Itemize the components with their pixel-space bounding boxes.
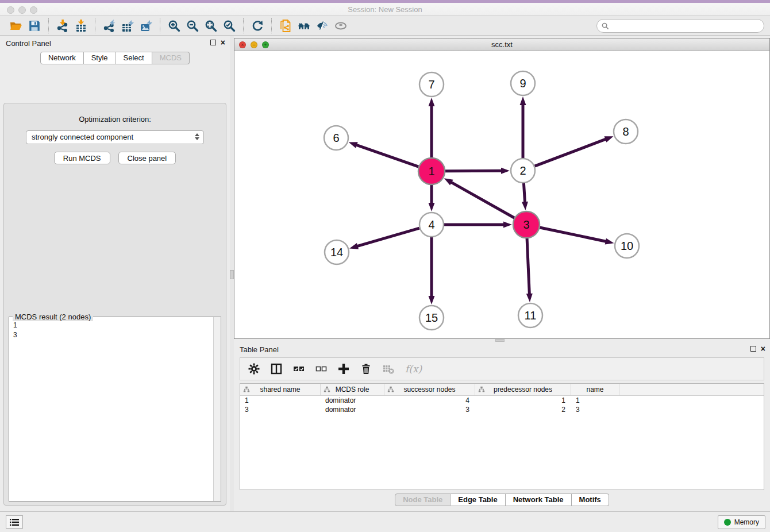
show-column-button[interactable]	[271, 363, 282, 375]
tab-network-table[interactable]: Network Table	[506, 494, 572, 506]
criterion-select[interactable]: strongly connected component	[26, 130, 204, 144]
graph-edge-1-2[interactable]	[445, 171, 503, 171]
tab-node-table[interactable]: Node Table	[395, 494, 451, 506]
float-panel-icon[interactable]	[750, 346, 756, 352]
memory-label: Memory	[734, 518, 759, 526]
run-mcds-button[interactable]: Run MCDS	[54, 152, 110, 164]
column-header-successor-nodes[interactable]: successor nodes	[384, 384, 475, 395]
tab-motifs[interactable]: Motifs	[572, 494, 609, 506]
export-image-icon	[140, 20, 152, 32]
export-network-button[interactable]	[100, 18, 118, 34]
graph-arrowhead	[429, 203, 435, 211]
select-stepper-icon[interactable]	[195, 133, 199, 140]
mcds-panel: Optimization criterion: strongly connect…	[3, 103, 226, 506]
export-table-icon	[121, 20, 134, 32]
graph-edge-4-14[interactable]	[356, 228, 419, 246]
select-all-button[interactable]	[293, 363, 305, 375]
control-panel-tabs: Network Style Select MCDS	[0, 52, 230, 64]
tab-edge-table[interactable]: Edge Table	[451, 494, 505, 506]
zoom-out-button[interactable]	[183, 18, 202, 34]
close-panel-button[interactable]: Close panel	[118, 152, 176, 164]
deselect-all-button[interactable]	[315, 363, 327, 375]
network-canvas[interactable]: 7968124314101511	[234, 51, 769, 338]
window-titlebar: Session: New Session	[0, 0, 770, 16]
houses-icon	[298, 20, 310, 32]
show-graphics-details-button[interactable]	[332, 18, 350, 34]
tree-icon	[243, 386, 250, 393]
tab-select[interactable]: Select	[116, 52, 152, 64]
table-toolbar: f(x)	[240, 357, 764, 380]
unchecked-boxes-icon	[315, 363, 327, 375]
zoom-in-icon	[168, 20, 180, 32]
show-task-history-button[interactable]	[6, 515, 23, 529]
float-panel-icon[interactable]	[210, 40, 216, 45]
tree-icon	[387, 386, 394, 393]
tab-network[interactable]: Network	[40, 52, 84, 64]
zoom-selected-button[interactable]	[220, 18, 238, 34]
function-builder-button[interactable]: f(x)	[405, 363, 422, 375]
table-settings-button[interactable]	[248, 363, 260, 375]
tab-mcds[interactable]: MCDS	[152, 52, 190, 64]
application-window: Session: New Session	[0, 0, 770, 532]
graph-arrowhead	[501, 168, 510, 174]
close-panel-icon[interactable]: ×	[221, 39, 225, 46]
divider-handle[interactable]	[230, 270, 234, 279]
graph-arrowhead	[605, 136, 614, 142]
hide-graphics-details-button[interactable]	[313, 18, 332, 34]
table-header-row: shared name MCDS role successor nodes pr…	[240, 384, 764, 396]
save-session-button[interactable]	[25, 18, 44, 34]
add-column-button[interactable]	[338, 363, 349, 375]
zoom-fit-button[interactable]	[202, 18, 220, 34]
column-header-predecessor-nodes[interactable]: predecessor nodes	[475, 384, 571, 395]
search-input[interactable]	[609, 20, 764, 32]
zoom-in-button[interactable]	[165, 18, 183, 34]
columns-icon	[271, 363, 282, 375]
vertical-split-divider[interactable]	[230, 36, 234, 511]
network-view-title: scc.txt	[234, 38, 769, 51]
close-panel-icon[interactable]: ×	[761, 345, 765, 352]
graph[interactable]: 7968124314101511	[234, 51, 769, 338]
table-row[interactable]: 3 dominator 3 2 3	[240, 405, 764, 414]
graph-edge-3-11[interactable]	[527, 238, 529, 295]
table-panel-tabs: Node Table Edge Table Network Table Moti…	[234, 494, 770, 506]
table-row[interactable]: 1 dominator 4 1 1	[240, 396, 764, 405]
column-header-mcds-role[interactable]: MCDS role	[321, 384, 384, 395]
graph-node-label: 2	[519, 164, 526, 177]
import-table-button[interactable]	[72, 18, 90, 34]
tab-style[interactable]: Style	[84, 52, 116, 64]
graph-node-label: 9	[519, 77, 526, 90]
column-header-shared-name[interactable]: shared name	[240, 384, 321, 395]
graph-edge-1-6[interactable]	[355, 145, 418, 167]
network-window-titlebar[interactable]: × − + scc.txt	[234, 38, 769, 51]
new-network-from-selection-button[interactable]	[276, 18, 295, 34]
gear-icon	[248, 363, 260, 375]
column-header-name[interactable]: name	[571, 384, 619, 395]
apply-layout-button[interactable]	[248, 18, 267, 34]
open-session-button[interactable]	[7, 18, 25, 34]
table-x-icon	[383, 363, 394, 375]
graph-edge-2-8[interactable]	[535, 138, 607, 166]
floppy-icon	[28, 20, 41, 32]
graph-edge-2-3[interactable]	[523, 183, 525, 203]
table-panel: Table Panel ×	[234, 342, 770, 511]
first-neighbors-button[interactable]	[295, 18, 313, 34]
mcds-result-list[interactable]: 1 3	[9, 318, 213, 501]
graph-edge-3-10[interactable]	[540, 228, 607, 242]
delete-column-button[interactable]	[360, 363, 372, 375]
graph-edge-3-1[interactable]	[450, 182, 514, 218]
graph-arrowhead	[503, 222, 512, 228]
export-image-button[interactable]	[137, 18, 155, 34]
graph-node-label: 6	[333, 132, 339, 144]
refresh-icon	[251, 20, 264, 32]
graph-arrowhead	[522, 202, 528, 210]
trash-icon	[360, 363, 372, 375]
import-network-button[interactable]	[53, 18, 72, 34]
graph-arrowhead	[429, 98, 435, 106]
export-table-button[interactable]	[118, 18, 137, 34]
result-scrollbar[interactable]	[213, 317, 221, 501]
memory-button[interactable]: Memory	[718, 515, 765, 529]
delete-table-button[interactable]	[383, 363, 394, 375]
graph-node-label: 10	[621, 240, 633, 252]
eye-slash-icon	[316, 20, 329, 32]
graph-node-label: 15	[425, 311, 438, 324]
